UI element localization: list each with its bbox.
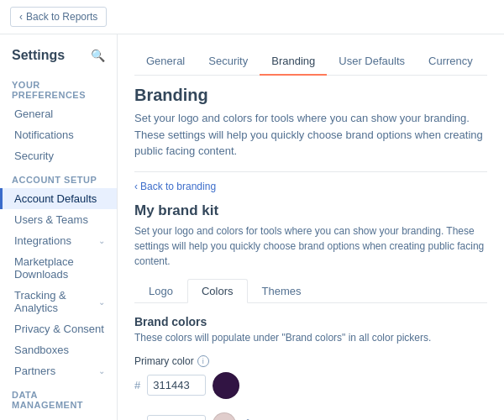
info-icon[interactable]: i bbox=[197, 355, 209, 367]
tab-security[interactable]: Security bbox=[197, 48, 260, 76]
sub-tab-colors[interactable]: Colors bbox=[187, 279, 248, 303]
chevron-left-icon: ‹ bbox=[19, 11, 23, 23]
sidebar-item-account-defaults[interactable]: Account Defaults bbox=[0, 188, 117, 209]
primary-color-label: Primary color i bbox=[134, 355, 487, 367]
top-tabs: General Security Branding User Defaults … bbox=[134, 48, 487, 76]
sidebar-item-integrations[interactable]: Integrations⌄ bbox=[0, 230, 117, 251]
tab-user-defaults[interactable]: User Defaults bbox=[327, 48, 417, 76]
primary-color-swatch[interactable] bbox=[213, 372, 239, 399]
brand-kit-title: My brand kit bbox=[134, 202, 487, 219]
tab-general[interactable]: General bbox=[134, 48, 197, 76]
sidebar-section-preferences: Your Preferences bbox=[0, 71, 117, 103]
sidebar-item-tracking[interactable]: Tracking & Analytics⌄ bbox=[0, 285, 117, 318]
brand-colors-title: Brand colors bbox=[134, 315, 487, 328]
page-title: Branding bbox=[134, 86, 487, 105]
color-hex-input[interactable] bbox=[147, 415, 206, 421]
chevron-left-icon: ‹ bbox=[134, 181, 138, 192]
primary-color-input[interactable] bbox=[147, 375, 206, 396]
divider bbox=[134, 171, 487, 172]
chevron-down-icon: ⌄ bbox=[98, 236, 105, 245]
sub-tab-logo[interactable]: Logo bbox=[134, 279, 187, 303]
primary-color-row: # bbox=[134, 372, 487, 399]
back-bar: ‹ Back to Reports bbox=[0, 0, 504, 34]
settings-title-text: Settings bbox=[12, 48, 65, 63]
sub-tab-themes[interactable]: Themes bbox=[248, 279, 316, 303]
back-to-reports-button[interactable]: ‹ Back to Reports bbox=[10, 7, 107, 27]
brand-kit-description: Set your logo and colors for tools where… bbox=[134, 223, 487, 269]
sidebar-item-marketplace[interactable]: Marketplace Downloads bbox=[0, 251, 117, 285]
page-description: Set your logo and colors for tools where… bbox=[134, 110, 487, 160]
sidebar-item-users-teams[interactable]: Users & Teams bbox=[0, 209, 117, 230]
sidebar-title: Settings 🔍 bbox=[0, 45, 117, 71]
sidebar-item-security[interactable]: Security bbox=[0, 145, 117, 166]
color-row: # 🗑 bbox=[134, 409, 487, 421]
sidebar-item-sandboxes[interactable]: Sandboxes bbox=[0, 339, 117, 360]
sidebar-item-privacy[interactable]: Privacy & Consent bbox=[0, 318, 117, 339]
sidebar-item-properties[interactable]: Properties bbox=[0, 413, 117, 420]
sub-tabs: Logo Colors Themes bbox=[134, 279, 487, 303]
sidebar-item-notifications[interactable]: Notifications bbox=[0, 124, 117, 145]
chevron-down-icon: ⌄ bbox=[98, 366, 105, 375]
search-icon[interactable]: 🔍 bbox=[91, 49, 105, 62]
hash-symbol: # bbox=[134, 379, 140, 391]
sidebar-section-account: Account Setup bbox=[0, 166, 117, 188]
back-to-reports-label: Back to Reports bbox=[26, 11, 97, 23]
tab-currency[interactable]: Currency bbox=[417, 48, 485, 76]
brand-colors-desc: These colors will populate under "Brand … bbox=[134, 332, 487, 344]
sidebar-section-data: Data Management bbox=[0, 381, 117, 413]
color-swatch[interactable] bbox=[213, 412, 236, 421]
sidebar: Settings 🔍 Your Preferences General Noti… bbox=[0, 34, 118, 420]
main-layout: Settings 🔍 Your Preferences General Noti… bbox=[0, 34, 504, 420]
sidebar-item-partners[interactable]: Partners⌄ bbox=[0, 360, 117, 381]
tab-branding[interactable]: Branding bbox=[260, 48, 327, 76]
chevron-down-icon: ⌄ bbox=[98, 297, 105, 307]
back-to-branding-label: Back to branding bbox=[140, 181, 216, 192]
sidebar-item-general[interactable]: General bbox=[0, 103, 117, 124]
content-area: General Security Branding User Defaults … bbox=[118, 34, 504, 420]
color-rows-container: # 🗑 # 🗑 # 🗑 # 🗑 # 🗑 # 🗑 # 🗑 bbox=[134, 409, 487, 421]
back-to-branding-link[interactable]: ‹ Back to branding bbox=[134, 181, 487, 192]
